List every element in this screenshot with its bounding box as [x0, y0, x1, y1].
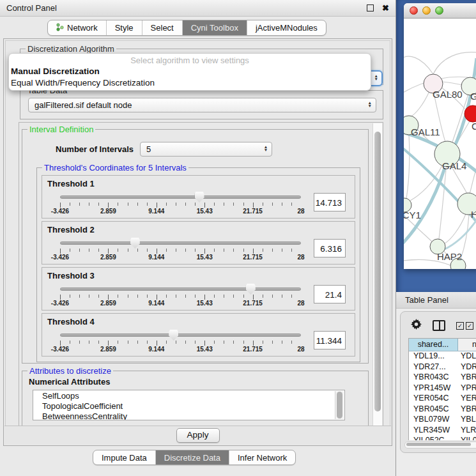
slider-thumb[interactable]	[246, 284, 256, 295]
tab-discretize-data[interactable]: Discretize Data	[155, 450, 229, 464]
label-gal4: GAL4	[442, 160, 466, 171]
tab-network[interactable]: Network	[48, 20, 106, 35]
label-gal11: GAL11	[411, 127, 440, 137]
right-region: GAL80 G C GAL11 GAL4 GCY1 H HAP2 Table P…	[396, 0, 476, 476]
threshold-2-label: Threshold 2	[47, 225, 355, 234]
network-window-titlebar	[404, 3, 476, 19]
column-visibility-icons[interactable]: ✓ ✓	[456, 322, 473, 330]
table-horizontal-scrollbar[interactable]	[404, 441, 476, 449]
threshold-4-value[interactable]: 11.344	[314, 331, 346, 349]
list-item-topologicalcoefficient[interactable]: TopologicalCoefficient	[33, 401, 344, 411]
label-partial-top: G	[470, 91, 476, 102]
table-row[interactable]: YPR145WYPR1	[409, 383, 476, 394]
tick-label: 15.43	[197, 346, 213, 353]
close-traffic-light-icon[interactable]	[410, 6, 418, 15]
tick-label: 2.859	[100, 346, 116, 353]
settings-vertical-scrollbar[interactable]	[372, 123, 382, 426]
number-of-intervals-label: Number of Intervals	[56, 144, 134, 154]
tick-label: 21.715	[243, 300, 263, 307]
table-header-row: shared... n	[409, 339, 476, 351]
slider-track[interactable]	[60, 196, 301, 199]
slider-track[interactable]	[60, 334, 301, 337]
tick-label: 28	[297, 346, 304, 353]
tick-label: 28	[297, 300, 304, 307]
threshold-1-slider[interactable]: -3.426 2.859 9.144 15.43 21.715 28	[60, 190, 301, 217]
chevron-updown-icon: ▲▼	[368, 101, 372, 107]
float-window-icon[interactable]	[367, 4, 374, 12]
list-vertical-scrollbar[interactable]	[335, 391, 344, 419]
threshold-3-value[interactable]: 21.4	[314, 285, 346, 303]
tick-label: 9.144	[148, 208, 164, 215]
slider-thumb[interactable]	[130, 238, 140, 249]
zoom-traffic-light-icon[interactable]	[435, 6, 443, 15]
slider-thumb[interactable]	[195, 192, 204, 203]
table-panel-titlebar: Table Panel	[396, 292, 476, 309]
tick-label: 21.715	[243, 208, 263, 215]
table-data-combo[interactable]: galFiltered.sif default node ▲▼	[28, 98, 376, 112]
column-header-shared-name[interactable]: shared...	[409, 339, 458, 351]
table-row[interactable]: YLR345WYLR3	[409, 426, 476, 436]
close-icon[interactable]: ✖	[382, 3, 389, 13]
split-view-icon[interactable]	[433, 320, 445, 331]
tick-label: 2.859	[100, 208, 116, 215]
slider-track[interactable]	[60, 288, 301, 291]
tick-label: 9.144	[148, 254, 164, 261]
network-view-window: GAL80 G C GAL11 GAL4 GCY1 H HAP2	[404, 3, 476, 269]
list-item-betweennesscentrality[interactable]: BetweennessCentrality	[33, 411, 344, 420]
tick-label: 2.859	[100, 300, 116, 307]
apply-button[interactable]: Apply	[176, 428, 220, 443]
tick-label: 9.144	[148, 300, 164, 307]
popup-item-equal-width-frequency[interactable]: Equal Width/Frequency Discretization	[9, 77, 371, 88]
network-tab-icon	[56, 23, 64, 33]
chevron-updown-icon: ▲▼	[264, 145, 268, 151]
threshold-1-value[interactable]: 14.713	[314, 193, 346, 211]
table-row[interactable]: YBR043CYBR0	[409, 372, 476, 383]
tick-label: 15.43	[197, 300, 213, 307]
table-row[interactable]: YIL052CYIL0	[409, 436, 476, 440]
gear-icon[interactable]	[411, 319, 422, 332]
threshold-4-slider[interactable]: -3.426 2.859 9.144 15.43 21.715 28	[60, 328, 301, 355]
tab-select[interactable]: Select	[142, 20, 182, 35]
table-data-combo-value: galFiltered.sif default node	[35, 100, 132, 110]
tick-label: -3.426	[51, 300, 69, 307]
scrollbar-thumb[interactable]	[374, 132, 381, 411]
table-row[interactable]: YDL19...YDL1	[409, 351, 476, 362]
list-item-selfloops[interactable]: SelfLoops	[33, 391, 344, 401]
number-of-intervals-combo[interactable]: 5 ▲▼	[140, 142, 272, 157]
tick-label: -3.426	[51, 208, 69, 215]
table-row[interactable]: YBR045CYBR0	[409, 404, 476, 415]
numerical-attributes-list: SelfLoops TopologicalCoefficient Between…	[33, 390, 345, 420]
tick-label: 28	[297, 208, 304, 215]
label-gcy1: GCY1	[404, 210, 421, 220]
checkbox-icon: ✓	[466, 322, 473, 330]
tab-infer-network[interactable]: Infer Network	[229, 450, 295, 464]
tab-impute-data[interactable]: Impute Data	[93, 450, 155, 464]
threshold-2-slider[interactable]: -3.426 2.859 9.144 15.43 21.715 28	[60, 236, 301, 263]
label-partial-low: H	[471, 209, 476, 220]
attributes-to-discretize-group: Attributes to discretize Numerical Attri…	[22, 366, 369, 427]
column-header-name[interactable]: n	[458, 339, 476, 351]
tab-cyni-toolbox[interactable]: Cyni Toolbox	[182, 20, 247, 35]
slider-thumb[interactable]	[169, 330, 178, 341]
scrollbar-thumb[interactable]	[406, 443, 471, 446]
table-row[interactable]: YBL079WYBL0	[409, 415, 476, 426]
bottom-tab-bar: Impute Data Discretize Data Infer Networ…	[93, 450, 296, 465]
threshold-2-value[interactable]: 6.316	[314, 239, 346, 257]
thresholds-coordinates-legend: Threshold's Coordinates for 5 Intervals	[42, 163, 188, 173]
network-canvas[interactable]: GAL80 G C GAL11 GAL4 GCY1 H HAP2	[404, 19, 476, 269]
tab-jactivemnodules[interactable]: jActiveMNodules	[247, 20, 326, 35]
table-row[interactable]: YDR27...YDR2	[409, 362, 476, 373]
desktop-background: GAL80 G C GAL11 GAL4 GCY1 H HAP2	[396, 0, 476, 292]
attributes-legend: Attributes to discretize	[27, 366, 113, 376]
tab-style[interactable]: Style	[106, 20, 142, 35]
slider-track[interactable]	[60, 242, 301, 245]
threshold-1-panel: Threshold 1 -3.426 2.859 9.144	[42, 175, 355, 219]
popup-placeholder-text: Select algorithm to view settings	[9, 54, 371, 65]
apply-row: Apply	[4, 426, 391, 445]
popup-item-manual-discretization[interactable]: Manual Discretization	[9, 65, 371, 77]
table-row[interactable]: YER054CYER0	[409, 394, 476, 404]
threshold-4-panel: Threshold 4 -3.426 2.859 9.144	[42, 313, 355, 357]
minimize-traffic-light-icon[interactable]	[422, 6, 431, 15]
threshold-3-slider[interactable]: -3.426 2.859 9.144 15.43 21.715 28	[60, 282, 301, 309]
tick-label: -3.426	[51, 254, 69, 261]
